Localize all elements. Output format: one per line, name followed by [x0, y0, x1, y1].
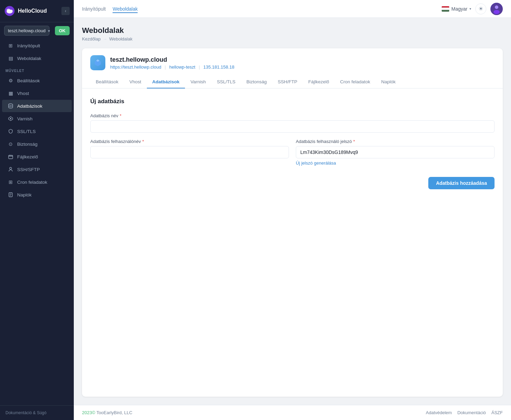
- sidebar-item-adatbazisok[interactable]: Adatbázisok: [2, 100, 72, 112]
- tab-fajlkezelo[interactable]: Fájlkezelő: [303, 76, 335, 88]
- db-credentials-row: Adatbázis felhasználónév * Adatbázis fel…: [90, 139, 495, 172]
- sidebar-item-iranyitopult[interactable]: ⊞ Irányítópult: [2, 39, 72, 52]
- db-name-label: Adatbázis név *: [90, 113, 495, 118]
- sidebar-item-cron-feladatok[interactable]: ⊞ Cron feladatok: [2, 176, 72, 188]
- topnav: Irányítópult Weboldalak Magyar ▾ ☀: [74, 0, 511, 18]
- db-user-label: Adatbázis felhasználónév *: [90, 139, 289, 144]
- db-pass-field: Adatbázis felhasználó jelszó * Új jelszó…: [296, 139, 495, 166]
- sidebar-item-vhost[interactable]: ▦ Vhost: [2, 87, 72, 99]
- server-select-area: teszt.hellowp.cloud OK: [0, 22, 74, 39]
- ssh-icon: [8, 166, 14, 172]
- sidebar-item-weboldalak[interactable]: ▤ Weboldalak: [2, 52, 72, 64]
- logo-area: HelloCloud: [4, 5, 47, 16]
- footer: 2023© TooEarlyBird, LLC Adatvédelem Doku…: [74, 405, 511, 420]
- site-link-sep2: |: [199, 64, 200, 70]
- site-header: teszt.hellowp.cloud https://teszt.hellow…: [82, 48, 503, 70]
- flag-icon: [442, 6, 449, 12]
- database-icon: [8, 103, 14, 109]
- language-label: Magyar: [451, 6, 467, 12]
- language-selector[interactable]: Magyar ▾: [442, 6, 471, 12]
- settings-icon: ⚙: [8, 77, 14, 84]
- sidebar-item-biztonsag[interactable]: ⊙ Biztonság: [2, 138, 72, 150]
- site-logo-icon: [93, 58, 102, 67]
- site-link-sep1: |: [165, 64, 166, 70]
- collapse-sidebar-button[interactable]: ‹: [61, 7, 70, 15]
- tab-naplok[interactable]: Naplók: [376, 76, 401, 88]
- footer-link-adatvédelem[interactable]: Adatvédelem: [426, 410, 452, 415]
- svg-point-4: [9, 104, 13, 106]
- db-user-field: Adatbázis felhasználónév *: [90, 139, 289, 158]
- db-user-input[interactable]: [90, 146, 289, 158]
- vhost-icon: ▦: [8, 90, 14, 96]
- svg-point-12: [493, 10, 500, 14]
- tab-ssh-ftp[interactable]: SSH/FTP: [272, 76, 303, 88]
- tab-vhost[interactable]: Vhost: [124, 76, 147, 88]
- content-area: Weboldalak Kezdőlap → Weboldalak teszt.h…: [74, 18, 511, 405]
- db-name-input[interactable]: [90, 120, 495, 133]
- add-database-button[interactable]: Adatbázis hozzáadása: [428, 177, 495, 189]
- sidebar-item-label: SSL/TLS: [17, 129, 36, 134]
- tab-cron-feladatok[interactable]: Cron feladatok: [335, 76, 376, 88]
- logo-icon: [4, 5, 15, 16]
- tab-beallitasok[interactable]: Beállítások: [90, 76, 124, 88]
- sidebar-item-varnish[interactable]: Varnish: [2, 112, 72, 125]
- varnish-icon: [8, 116, 14, 122]
- form-area: Új adatbázis Adatbázis név * Adatbázis f…: [82, 88, 503, 199]
- svg-point-8: [10, 167, 12, 169]
- main-card: teszt.hellowp.cloud https://teszt.hellow…: [82, 48, 503, 397]
- db-user-col: Adatbázis felhasználónév *: [90, 139, 289, 165]
- db-name-required: *: [120, 113, 121, 118]
- topnav-link-weboldalak[interactable]: Weboldalak: [113, 5, 138, 13]
- ok-button[interactable]: OK: [55, 26, 70, 35]
- sidebar-item-label: Irányítópult: [17, 43, 40, 48]
- topnav-links: Irányítópult Weboldalak: [82, 5, 138, 13]
- sidebar-section-items: ⚙ Beállítások ▦ Vhost Adatbázisok: [0, 74, 74, 201]
- footer-copyright: 2023© TooEarlyBird, LLC: [82, 410, 132, 415]
- sidebar-item-ssl-tls[interactable]: SSL/TLS: [2, 125, 72, 137]
- tab-varnish[interactable]: Varnish: [185, 76, 211, 88]
- app-name: HelloCloud: [18, 8, 47, 14]
- site-info: teszt.hellowp.cloud https://teszt.hellow…: [110, 56, 234, 70]
- sidebar-item-label: Cron feladatok: [17, 180, 47, 185]
- sidebar-item-fajlkezelo[interactable]: Fájlkezelő: [2, 151, 72, 163]
- theme-icon: ☀: [478, 5, 483, 12]
- db-pass-input[interactable]: [296, 146, 495, 158]
- main-content: Irányítópult Weboldalak Magyar ▾ ☀: [74, 0, 511, 420]
- filemanager-icon: [8, 154, 14, 160]
- db-name-field: Adatbázis név *: [90, 113, 495, 133]
- logs-icon: [8, 192, 14, 198]
- server-dropdown[interactable]: teszt.hellowp.cloud: [4, 26, 49, 36]
- footer-company: TooEarlyBird, LLC: [96, 410, 132, 415]
- generate-password-link[interactable]: Új jelszó generálása: [296, 160, 336, 166]
- docs-help-link[interactable]: Dokumentáció & Súgó: [0, 405, 74, 420]
- sidebar-header: HelloCloud ‹: [0, 0, 74, 22]
- sidebar: HelloCloud ‹ teszt.hellowp.cloud OK ⊞ Ir…: [0, 0, 74, 420]
- avatar[interactable]: [490, 3, 503, 15]
- page-title: Weboldalak: [82, 26, 503, 35]
- site-links: https://teszt.hellowp.cloud | hellowp-te…: [110, 64, 234, 70]
- sidebar-item-ssh-sftp[interactable]: SSH/SFTP: [2, 163, 72, 176]
- cron-icon: ⊞: [8, 179, 14, 185]
- site-icon: [90, 55, 105, 70]
- breadcrumb-home[interactable]: Kezdőlap: [82, 36, 101, 41]
- db-user-required: *: [142, 139, 144, 144]
- sidebar-item-naplok[interactable]: Naplók: [2, 189, 72, 201]
- site-alias-link[interactable]: hellowp-teszt: [169, 64, 195, 70]
- server-dropdown-wrapper: teszt.hellowp.cloud: [4, 26, 53, 36]
- sidebar-item-beallitasok[interactable]: ⚙ Beállítások: [2, 74, 72, 87]
- site-url-link[interactable]: https://teszt.hellowp.cloud: [110, 64, 161, 70]
- footer-link-dokumentacio[interactable]: Dokumentáció: [457, 410, 486, 415]
- svg-point-2: [7, 9, 10, 12]
- tab-ssl-tls[interactable]: SSL/TLS: [211, 76, 241, 88]
- sidebar-item-label: Vhost: [17, 91, 29, 96]
- topnav-link-iranyitopult[interactable]: Irányítópult: [82, 5, 106, 13]
- theme-toggle-button[interactable]: ☀: [475, 3, 486, 14]
- ssl-icon: [8, 128, 14, 134]
- footer-link-aszf[interactable]: ÁSZF: [491, 410, 503, 415]
- sidebar-items-top: ⊞ Irányítópult ▤ Weboldalak: [0, 39, 74, 65]
- tab-adatbazisok[interactable]: Adatbázisok: [147, 76, 185, 88]
- sidebar-item-label: Weboldalak: [17, 56, 41, 61]
- topnav-right: Magyar ▾ ☀: [442, 3, 503, 15]
- site-ip-link[interactable]: 135.181.158.18: [204, 64, 234, 70]
- tab-biztonsag[interactable]: Biztonság: [241, 76, 272, 88]
